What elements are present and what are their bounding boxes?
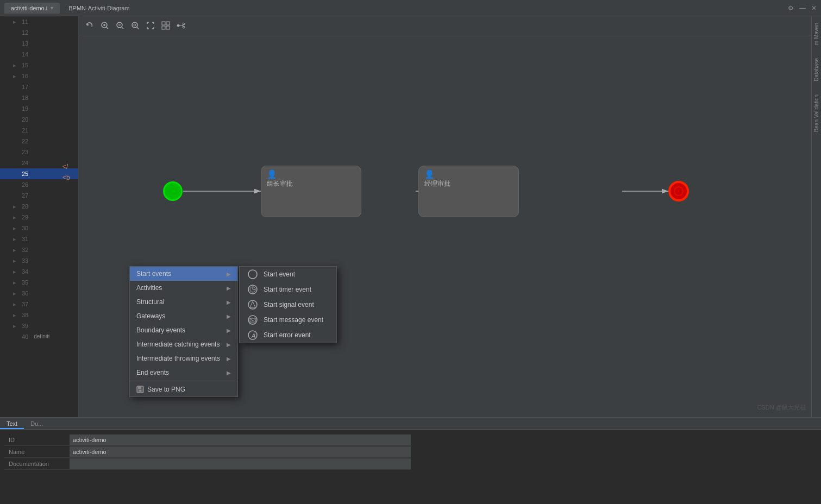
line-29: ▸29 bbox=[0, 212, 78, 223]
prop-label-documentation: Documentation bbox=[4, 461, 70, 467]
line-38: ▸38 bbox=[0, 310, 78, 320]
submenu-arrow-end: ▶ bbox=[227, 370, 231, 376]
submenu-arrow-throwing: ▶ bbox=[227, 356, 231, 362]
prop-value-name[interactable]: activiti-demo bbox=[70, 446, 411, 457]
end-event-node[interactable] bbox=[668, 181, 689, 201]
svg-marker-36 bbox=[250, 301, 255, 307]
task-1-label: 组长审批 bbox=[267, 179, 293, 188]
start-signal-icon bbox=[247, 299, 258, 310]
sidebar-tab-database[interactable]: Database bbox=[812, 54, 820, 86]
line-22: 22 bbox=[0, 136, 78, 147]
undo-button[interactable] bbox=[83, 19, 96, 32]
menu-item-gateways[interactable]: Gateways ▶ bbox=[130, 309, 237, 323]
submenu-item-start-timer[interactable]: Start timer event bbox=[240, 282, 336, 297]
prop-row-documentation: Documentation bbox=[4, 458, 411, 470]
submenu-arrow-structural: ▶ bbox=[227, 299, 231, 305]
start-error-icon: A bbox=[247, 330, 258, 341]
svg-rect-29 bbox=[139, 390, 141, 392]
menu-item-activities[interactable]: Activities ▶ bbox=[130, 281, 237, 295]
svg-rect-12 bbox=[162, 26, 165, 29]
code-tag-1: </ bbox=[62, 163, 68, 171]
menu-item-end-events[interactable]: End events ▶ bbox=[130, 366, 237, 380]
sidebar-tab-bean-validation[interactable]: Bean Validation bbox=[812, 90, 820, 136]
line-16: ▸16 bbox=[0, 71, 78, 81]
settings-icon[interactable]: ⚙ bbox=[788, 4, 794, 12]
properties-table: ID activiti-demo Name activiti-demo Docu… bbox=[4, 434, 411, 470]
line-13: 13 bbox=[0, 38, 78, 49]
line-11: ▸11 bbox=[0, 16, 78, 27]
submenu-arrow-activities: ▶ bbox=[227, 285, 231, 291]
line-23: 23 bbox=[0, 147, 78, 158]
code-tag-2: <b bbox=[62, 174, 70, 181]
tab-activiti-label: activiti-demo.i bbox=[11, 5, 47, 11]
menu-label-activities: Activities bbox=[136, 284, 162, 292]
menu-item-intermediate-catching[interactable]: Intermediate catching events ▶ bbox=[130, 337, 237, 351]
line-12: 12 bbox=[0, 27, 78, 38]
menu-label-structural: Structural bbox=[136, 298, 164, 306]
prop-row-id: ID activiti-demo bbox=[4, 434, 411, 446]
menu-label-intermediate-throwing: Intermediate throwing events bbox=[136, 355, 220, 362]
tab-activiti-chevron[interactable]: ▾ bbox=[51, 5, 53, 11]
zoom-in-button[interactable] bbox=[98, 19, 111, 32]
menu-item-boundary-events[interactable]: Boundary events ▶ bbox=[130, 323, 237, 337]
submenu-start-events: Start event Start timer event Start sign… bbox=[239, 266, 337, 343]
prop-value-id[interactable]: activiti-demo bbox=[70, 434, 411, 445]
submenu-label-start-timer: Start timer event bbox=[264, 286, 311, 293]
menu-item-start-events[interactable]: Start events ▶ bbox=[130, 267, 237, 281]
task-2-node[interactable]: 👤 经理审批 bbox=[418, 166, 519, 217]
line-32: ▸32 bbox=[0, 244, 78, 255]
task-2-icon: 👤 bbox=[424, 169, 435, 179]
line-14: 14 bbox=[0, 49, 78, 60]
menu-item-intermediate-throwing[interactable]: Intermediate throwing events ▶ bbox=[130, 351, 237, 366]
submenu-item-start-error[interactable]: A Start error event bbox=[240, 327, 336, 343]
line-27: 27 bbox=[0, 190, 78, 201]
tab-text[interactable]: Text bbox=[0, 418, 24, 429]
line-34: ▸34 bbox=[0, 266, 78, 277]
title-bar: activiti-demo.i ▾ BPMN-Activiti-Diagram … bbox=[0, 0, 821, 16]
tab-du[interactable]: Du... bbox=[24, 418, 49, 429]
menu-label-intermediate-catching: Intermediate catching events bbox=[136, 341, 220, 348]
line-28: ▸28 bbox=[0, 201, 78, 212]
prop-value-documentation[interactable] bbox=[70, 458, 411, 469]
diagram-title: BPMN-Activiti-Diagram bbox=[68, 5, 129, 11]
menu-item-save-png[interactable]: Save to PNG bbox=[130, 382, 237, 396]
window-controls: ⚙ — ✕ bbox=[788, 4, 817, 12]
line-20: 20 bbox=[0, 114, 78, 125]
tab-activiti[interactable]: activiti-demo.i ▾ bbox=[4, 3, 60, 14]
auto-layout-button[interactable] bbox=[174, 19, 187, 32]
menu-item-structural[interactable]: Structural ▶ bbox=[130, 295, 237, 309]
submenu-item-start-signal[interactable]: Start signal event bbox=[240, 297, 336, 312]
line-30: ▸30 bbox=[0, 223, 78, 234]
sidebar-tab-maven[interactable]: m Maven bbox=[812, 18, 820, 49]
menu-label-gateways: Gateways bbox=[136, 312, 165, 320]
fit-button[interactable] bbox=[144, 19, 157, 32]
submenu-arrow-start: ▶ bbox=[227, 271, 231, 277]
svg-point-8 bbox=[134, 24, 136, 26]
zoom-out-button[interactable] bbox=[114, 19, 127, 32]
svg-rect-27 bbox=[138, 386, 141, 389]
start-timer-icon bbox=[247, 284, 258, 295]
svg-point-37 bbox=[248, 316, 257, 324]
svg-point-14 bbox=[177, 24, 179, 27]
start-message-icon bbox=[247, 314, 258, 325]
submenu-item-start-event[interactable]: Start event bbox=[240, 267, 336, 282]
svg-line-3 bbox=[106, 27, 108, 29]
submenu-item-start-message[interactable]: Start message event bbox=[240, 312, 336, 327]
line-15: ▸15 bbox=[0, 60, 78, 71]
save-png-label: Save to PNG bbox=[147, 386, 185, 393]
close-icon[interactable]: ✕ bbox=[811, 4, 817, 12]
minimize-icon[interactable]: — bbox=[799, 4, 806, 12]
start-event-node[interactable] bbox=[163, 181, 183, 201]
task-1-node[interactable]: 👤 组长审批 bbox=[261, 166, 361, 217]
line-19: 19 bbox=[0, 103, 78, 114]
bottom-tabs: Text Du... bbox=[0, 418, 821, 430]
grid-button[interactable] bbox=[159, 19, 172, 32]
svg-rect-13 bbox=[166, 26, 170, 29]
zoom-reset-button[interactable] bbox=[129, 19, 142, 32]
svg-line-6 bbox=[122, 27, 123, 29]
line-40: 40 definiti bbox=[0, 331, 78, 342]
editor-left-panel: ▸11 12 13 14 ▸15 ▸16 17 18 19 20 21 22 2… bbox=[0, 16, 79, 417]
menu-separator bbox=[130, 381, 237, 381]
submenu-arrow-gateways: ▶ bbox=[227, 313, 231, 319]
line-39: ▸39 bbox=[0, 320, 78, 331]
